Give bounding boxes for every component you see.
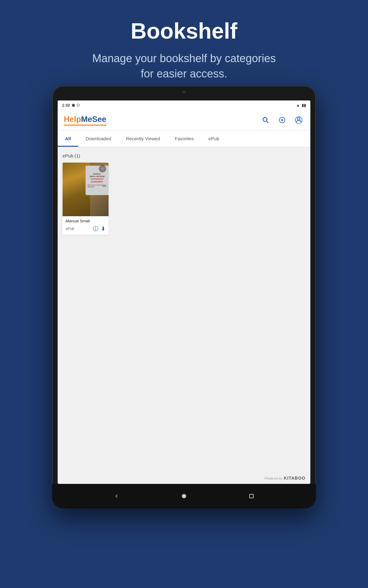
logo-me: Me — [81, 115, 92, 124]
tab-all[interactable]: All — [58, 130, 78, 147]
tablet-nav-bar — [52, 484, 316, 508]
page-background: Bookshelf Manage your bookshelf by categ… — [0, 0, 368, 588]
tablet-device: 1:32 ▣ ⬡ ▲ ▮▮ Help Me See — [52, 86, 316, 508]
star-symbol: ☆ — [101, 167, 104, 171]
tab-downloaded[interactable]: Downloaded — [78, 130, 118, 147]
download-icon[interactable]: ⬇ — [101, 225, 105, 232]
status-right: ▲ ▮▮ — [296, 103, 306, 107]
status-time: 1:32 — [62, 103, 70, 107]
powered-by-text: Powered by — [265, 477, 282, 480]
battery-status-icon: ▮▮ — [302, 103, 306, 107]
tab-recently-viewed[interactable]: Recently Viewed — [119, 130, 167, 147]
status-left: 1:32 ▣ ⬡ — [62, 103, 80, 107]
back-nav-button[interactable] — [111, 491, 122, 502]
recent-square — [249, 494, 254, 498]
home-circle — [182, 494, 186, 498]
app-header: Help Me See — [58, 110, 310, 130]
book-actions: ⓘ ⬇ — [93, 225, 105, 232]
kitaboo-footer: Powered by KITABOO — [265, 475, 305, 481]
tabs-bar: All Downloaded Recently Viewed Favorites… — [58, 130, 310, 147]
wifi-status-icon: ▲ — [296, 103, 300, 107]
cover-line1: MANUAL — [93, 173, 101, 175]
logo-see: See — [92, 115, 106, 124]
header-icons — [260, 115, 304, 126]
book-type: ePub — [66, 227, 74, 231]
section-label: ePub (1) — [63, 153, 305, 158]
book-info: Manual Small ePub ⓘ ⬇ — [63, 216, 109, 235]
books-grid: MANUAL SMALL INCISION CATARACT SURGERY H… — [63, 163, 305, 235]
favorite-star-icon[interactable]: ☆ — [99, 165, 106, 172]
svg-point-0 — [263, 117, 267, 121]
status-bar: 1:32 ▣ ⬡ ▲ ▮▮ — [58, 100, 310, 110]
tab-epub[interactable]: ePub — [201, 130, 227, 147]
book-meta: ePub ⓘ ⬇ — [66, 225, 105, 232]
logo-help: Help — [64, 115, 81, 124]
front-camera — [182, 91, 186, 94]
signal-icon: ⬡ — [77, 103, 80, 107]
app-logo: Help Me See — [64, 115, 106, 126]
profile-button[interactable] — [293, 115, 304, 126]
page-title: Bookshelf — [31, 18, 337, 43]
tablet-screen: 1:32 ▣ ⬡ ▲ ▮▮ Help Me See — [58, 100, 310, 484]
tablet-bezel: 1:32 ▣ ⬡ ▲ ▮▮ Help Me See — [52, 86, 316, 508]
add-button[interactable] — [277, 115, 288, 126]
logo-underline — [64, 125, 106, 126]
search-button[interactable] — [260, 115, 271, 126]
book-card[interactable]: MANUAL SMALL INCISION CATARACT SURGERY H… — [63, 163, 109, 235]
cover-surgery: SURGERY — [91, 180, 103, 183]
sim-icon: ▣ — [72, 103, 75, 107]
page-subtitle: Manage your bookshelf by categoriesfor e… — [31, 51, 337, 82]
svg-line-1 — [266, 121, 268, 123]
page-header: Bookshelf Manage your bookshelf by categ… — [0, 0, 368, 97]
medical-icon: ✂ — [102, 183, 107, 190]
tab-favorites[interactable]: Favorites — [167, 130, 201, 147]
book-cover: MANUAL SMALL INCISION CATARACT SURGERY H… — [63, 163, 109, 216]
info-icon[interactable]: ⓘ — [93, 225, 98, 232]
svg-point-5 — [297, 118, 300, 120]
book-title: Manual Small — [66, 219, 105, 223]
cover-cataract: CATARACT — [90, 178, 104, 180]
kitaboo-brand: KITABOO — [284, 476, 305, 481]
recent-nav-button[interactable] — [246, 491, 257, 502]
content-area: ePub (1) MANUAL — [58, 147, 310, 241]
cover-line2: SMALL INCISION — [90, 175, 105, 178]
home-nav-button[interactable] — [178, 491, 190, 502]
